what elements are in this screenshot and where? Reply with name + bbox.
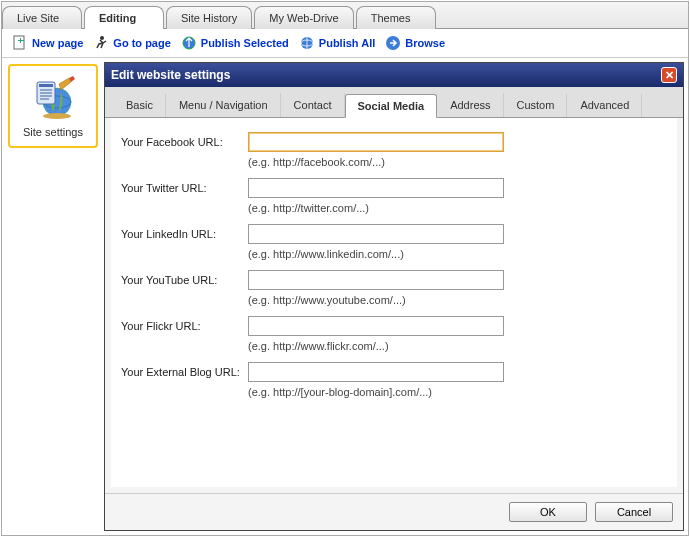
label-your-linkedin-url: Your LinkedIn URL:	[121, 228, 248, 240]
close-button[interactable]: ✕	[661, 67, 677, 83]
top-tab-themes[interactable]: Themes	[356, 6, 436, 29]
site-settings-icon	[29, 74, 77, 122]
go-to-page-label: Go to page	[113, 37, 170, 49]
svg-rect-0	[14, 36, 24, 49]
tab-address[interactable]: Address	[437, 93, 503, 117]
close-icon: ✕	[665, 69, 674, 82]
tab-basic[interactable]: Basic	[113, 93, 166, 117]
svg-point-10	[43, 113, 71, 119]
running-person-icon	[93, 35, 109, 51]
dialog-tabs: BasicMenu / NavigationContactSocial Medi…	[105, 87, 683, 118]
site-settings-label: Site settings	[23, 126, 83, 138]
input-your-linkedin-url[interactable]	[248, 224, 504, 244]
hint-your-facebook-url: (e.g. http://facebook.com/...)	[248, 156, 667, 168]
hint-your-twitter-url: (e.g. http://twitter.com/...)	[248, 202, 667, 214]
tab-contact[interactable]: Contact	[281, 93, 345, 117]
top-tab-my-web-drive[interactable]: My Web-Drive	[254, 6, 353, 29]
label-your-facebook-url: Your Facebook URL:	[121, 136, 248, 148]
globe-all-icon	[299, 35, 315, 51]
new-page-icon	[12, 35, 28, 51]
publish-selected-label: Publish Selected	[201, 37, 289, 49]
globe-up-icon	[181, 35, 197, 51]
label-your-youtube-url: Your YouTube URL:	[121, 274, 248, 286]
top-tab-site-history[interactable]: Site History	[166, 6, 252, 29]
hint-your-external-blog-url: (e.g. http://[your-blog-domain].com/...)	[248, 386, 667, 398]
label-your-twitter-url: Your Twitter URL:	[121, 182, 248, 194]
sidebar-item-site-settings[interactable]: Site settings	[8, 64, 98, 148]
new-page-button[interactable]: New page	[12, 35, 83, 51]
dialog-footer: OK Cancel	[105, 493, 683, 530]
input-your-external-blog-url[interactable]	[248, 362, 504, 382]
browse-button[interactable]: Browse	[385, 35, 445, 51]
top-tab-editing[interactable]: Editing	[84, 6, 164, 29]
cancel-button[interactable]: Cancel	[595, 502, 673, 522]
label-your-external-blog-url: Your External Blog URL:	[121, 366, 248, 378]
toolbar: New page Go to page Publish Selected Pub…	[2, 29, 688, 58]
input-your-facebook-url[interactable]	[248, 132, 504, 152]
tab-social-media[interactable]: Social Media	[345, 94, 438, 118]
dialog-edit-website-settings: Edit website settings ✕ BasicMenu / Navi…	[104, 62, 684, 531]
svg-rect-2	[20, 38, 21, 43]
publish-all-button[interactable]: Publish All	[299, 35, 375, 51]
label-your-flickr-url: Your Flickr URL:	[121, 320, 248, 332]
arrow-right-circle-icon	[385, 35, 401, 51]
dialog-body: Your Facebook URL:(e.g. http://facebook.…	[111, 118, 677, 487]
new-page-label: New page	[32, 37, 83, 49]
browse-label: Browse	[405, 37, 445, 49]
ok-button[interactable]: OK	[509, 502, 587, 522]
tab-custom[interactable]: Custom	[504, 93, 568, 117]
publish-all-label: Publish All	[319, 37, 375, 49]
hint-your-youtube-url: (e.g. http://www.youtube.com/...)	[248, 294, 667, 306]
top-tabs: Live SiteEditingSite HistoryMy Web-Drive…	[2, 2, 688, 29]
dialog-title: Edit website settings	[111, 68, 230, 82]
top-tab-live-site[interactable]: Live Site	[2, 6, 82, 29]
svg-point-3	[100, 36, 104, 40]
hint-your-linkedin-url: (e.g. http://www.linkedin.com/...)	[248, 248, 667, 260]
input-your-twitter-url[interactable]	[248, 178, 504, 198]
publish-selected-button[interactable]: Publish Selected	[181, 35, 289, 51]
tab-advanced[interactable]: Advanced	[567, 93, 642, 117]
svg-rect-12	[39, 84, 53, 87]
hint-your-flickr-url: (e.g. http://www.flickr.com/...)	[248, 340, 667, 352]
dialog-header: Edit website settings ✕	[105, 63, 683, 87]
sidebar: Site settings	[2, 58, 104, 535]
input-your-youtube-url[interactable]	[248, 270, 504, 290]
go-to-page-button[interactable]: Go to page	[93, 35, 170, 51]
tab-menu-navigation[interactable]: Menu / Navigation	[166, 93, 281, 117]
input-your-flickr-url[interactable]	[248, 316, 504, 336]
